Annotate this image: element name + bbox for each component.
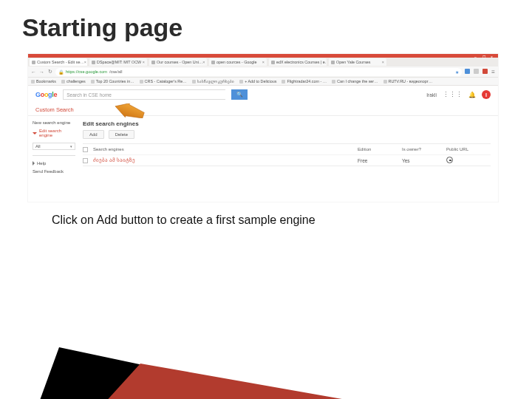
sidebar: New search engine Edit search engine All… <box>28 116 80 178</box>
url-host: https://cse.google.com <box>66 69 107 74</box>
main-content: Edit search engines Add Delete Search en… <box>80 116 498 178</box>
sidebar-item-new-engine[interactable]: New search engine <box>33 120 75 125</box>
column-header: Is owner? <box>402 147 446 151</box>
bookmark-item[interactable]: + Add to Delicious <box>239 79 276 83</box>
notifications-icon[interactable]: 🔔 <box>468 92 476 98</box>
link-icon <box>446 157 453 163</box>
sidebar-item-send-feedback[interactable]: Send Feedback <box>33 169 75 174</box>
tab-yale[interactable]: Open Yale Courses× <box>329 58 386 66</box>
menu-icon[interactable]: ≡ <box>491 69 495 75</box>
chevron-down-icon: ▾ <box>70 144 72 149</box>
select-all-checkbox[interactable] <box>83 147 88 152</box>
column-header: Public URL <box>446 147 491 151</box>
lock-icon: 🔒 <box>58 69 64 75</box>
bookmark-item[interactable]: Top 20 Countries in… <box>91 79 134 83</box>
url-path: /cse/all <box>109 69 122 74</box>
url-box[interactable]: 🔒 https://cse.google.com/cse/all ★ <box>55 68 462 76</box>
apps-icon[interactable]: ⋮⋮⋮ <box>443 91 463 98</box>
close-button[interactable]: × <box>491 55 496 58</box>
tab-edx[interactable]: edX electronics Courses | e…× <box>269 58 327 66</box>
search-button[interactable]: 🔍 <box>231 89 248 100</box>
chevron-down-icon <box>33 132 37 134</box>
row-checkbox[interactable] <box>83 158 88 163</box>
slide-title: Starting page <box>0 0 532 48</box>
extension-icon[interactable] <box>482 69 488 74</box>
bookmark-item[interactable]: Flightradar24.com - … <box>282 79 327 83</box>
browser-screenshot: – ☐ × Custom Search - Edit se…× DSpace@M… <box>28 54 498 202</box>
tab-label: Open Yale Courses <box>336 60 371 64</box>
bookmark-item[interactable]: CRS - Cataloger's Re… <box>140 79 187 83</box>
tab-label: edX electronics Courses | e… <box>276 60 327 64</box>
tab-label: Custom Search - Edit se… <box>37 60 84 64</box>
user-name[interactable]: Irakli <box>426 92 437 98</box>
slide-decoration <box>30 251 532 399</box>
svg-marker-2 <box>81 364 510 399</box>
custom-search-brand-bar: Custom Search <box>28 103 498 116</box>
engine-filter-dropdown[interactable]: All▾ <box>33 143 75 150</box>
chevron-right-icon <box>33 161 35 166</box>
bookmark-item[interactable]: Can I change the ser… <box>332 79 378 83</box>
reload-icon[interactable]: ↻ <box>47 69 52 75</box>
tab-open-uni[interactable]: Our courses - Open Uni…× <box>149 58 207 66</box>
close-icon[interactable]: × <box>84 60 86 64</box>
engine-name[interactable]: ძიება ამ საიტზე <box>93 157 358 163</box>
bookmarks-bar: Bookmarks challenges Top 20 Countries in… <box>28 78 498 86</box>
table-row[interactable]: ძიება ამ საიტზე Free Yes <box>83 154 491 166</box>
column-header: Search engines <box>93 147 358 151</box>
extension-icon[interactable] <box>465 69 470 74</box>
table-header: Search engines Edition Is owner? Public … <box>83 144 491 154</box>
engine-edition: Free <box>358 158 402 163</box>
engines-table: Search engines Edition Is owner? Public … <box>83 143 491 166</box>
engine-public-url[interactable] <box>446 157 491 164</box>
section-title: Edit search engines <box>83 120 491 127</box>
sidebar-item-edit-engine[interactable]: Edit search engine <box>33 129 75 137</box>
slide-caption: Click on Add button to create a first sa… <box>52 214 532 227</box>
close-icon[interactable]: × <box>382 60 384 64</box>
avatar[interactable]: I <box>482 90 491 99</box>
google-logo[interactable]: Google <box>35 91 57 98</box>
minimize-button[interactable]: – <box>474 55 480 58</box>
bookmark-item[interactable]: Bookmarks <box>31 79 56 83</box>
close-icon[interactable]: × <box>143 60 145 64</box>
tab-strip: Custom Search - Edit se…× DSpace@MIT: MI… <box>28 58 498 66</box>
tab-custom-search[interactable]: Custom Search - Edit se…× <box>30 58 87 66</box>
column-header: Edition <box>358 147 402 151</box>
address-bar: ← → ↻ 🔒 https://cse.google.com/cse/all ★… <box>28 66 498 78</box>
tab-dspace[interactable]: DSpace@MIT: MIT OCW× <box>89 58 147 66</box>
tab-label: open cources - Google <box>216 60 257 64</box>
tab-google[interactable]: open cources - Google× <box>209 58 267 66</box>
bookmark-item[interactable]: challenges <box>61 79 86 83</box>
delete-button[interactable]: Delete <box>109 130 134 139</box>
sidebar-item-help[interactable]: Help <box>33 161 75 166</box>
tab-label: DSpace@MIT: MIT OCW <box>97 60 141 64</box>
bookmark-item[interactable]: RUTV.RU - видеопорт… <box>383 79 433 83</box>
engine-owner: Yes <box>402 158 446 163</box>
close-icon[interactable]: × <box>202 60 205 64</box>
add-button[interactable]: Add <box>83 130 104 139</box>
forward-icon[interactable]: → <box>39 69 44 75</box>
star-icon[interactable]: ★ <box>455 69 459 75</box>
google-header: Google Search in CSE home 🔍 Irakli ⋮⋮⋮ 🔔… <box>28 86 498 103</box>
tab-label: Our courses - Open Uni… <box>157 60 202 64</box>
cse-search-input[interactable]: Search in CSE home <box>63 89 225 100</box>
bookmark-item[interactable]: სასწავლო კურსები <box>192 79 235 83</box>
extension-icon[interactable] <box>474 69 479 74</box>
back-icon[interactable]: ← <box>31 69 36 75</box>
product-name[interactable]: Custom Search <box>35 106 74 113</box>
search-icon: 🔍 <box>236 92 243 98</box>
close-icon[interactable]: × <box>262 60 265 64</box>
maximize-button[interactable]: ☐ <box>482 55 488 58</box>
extension-area: ≡ <box>465 69 495 75</box>
